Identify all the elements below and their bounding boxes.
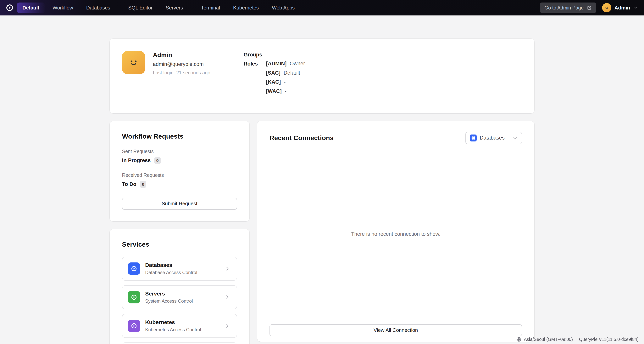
in-progress-count-badge: 0	[154, 157, 161, 164]
service-name: Kubernetes	[145, 319, 201, 325]
role-item: [SAC] Default	[266, 70, 305, 76]
profile-card: Admin admin@querypie.com Last login: 21 …	[110, 39, 534, 113]
services-card: Services Databases Database Access Contr…	[110, 229, 250, 344]
role-tag: [WAC]	[266, 89, 282, 94]
version-text: QueryPie V11(11.5.0-dce9f84)	[579, 337, 638, 342]
nav-item-workflow[interactable]: Workflow	[47, 3, 78, 13]
dashboard-columns: Workflow Requests Sent Requests In Progr…	[110, 121, 534, 344]
role-item: [KAC] -	[266, 79, 305, 85]
services-title: Services	[122, 241, 237, 248]
role-value: -	[284, 79, 286, 85]
connection-type-dropdown[interactable]: Databases	[466, 132, 522, 144]
roles-list: [ADMIN] Owner [SAC] Default [KAC] - [WAC…	[266, 61, 305, 98]
main-content: Admin admin@querypie.com Last login: 21 …	[110, 39, 534, 344]
service-item-partial[interactable]	[122, 342, 237, 344]
profile-meta: Groups - Roles [ADMIN] Owner [SAC] Defau…	[244, 51, 305, 101]
user-menu[interactable]: Admin	[602, 3, 638, 12]
nav-item-sql-editor[interactable]: SQL Editor	[123, 3, 158, 13]
service-description: Kubernetes Access Control	[145, 327, 201, 332]
workflow-requests-card: Workflow Requests Sent Requests In Progr…	[110, 121, 250, 221]
nav-item-default[interactable]: Default	[17, 3, 45, 13]
role-value: Owner	[290, 61, 305, 67]
profile-name: Admin	[153, 51, 210, 59]
service-text: Servers System Access Control	[145, 291, 193, 304]
recent-connections-card: Recent Connections Databases	[257, 121, 534, 342]
top-navigation: Default Workflow Databases · SQL Editor …	[0, 0, 644, 16]
profile-info: Admin admin@querypie.com Last login: 21 …	[153, 51, 210, 76]
vertical-divider	[234, 51, 234, 101]
recent-connections-title: Recent Connections	[270, 134, 334, 142]
role-item: [ADMIN] Owner	[266, 61, 305, 67]
nav-left: Default Workflow Databases · SQL Editor …	[5, 3, 300, 13]
nav-item-kubernetes[interactable]: Kubernetes	[228, 3, 264, 13]
roles-row: Roles [ADMIN] Owner [SAC] Default [KAC] …	[244, 61, 305, 98]
nav-item-servers[interactable]: Servers	[160, 3, 188, 13]
nav-separator-dot: ·	[118, 5, 120, 11]
submit-request-button[interactable]: Submit Request	[122, 198, 237, 210]
recent-connections-empty-state: There is no recent connection to show.	[270, 144, 522, 324]
go-to-admin-page-button[interactable]: Go to Admin Page	[540, 3, 596, 13]
chevron-right-icon	[224, 294, 230, 300]
nav-item-web-apps[interactable]: Web Apps	[266, 3, 300, 13]
todo-count-badge: 0	[140, 181, 146, 188]
left-column: Workflow Requests Sent Requests In Progr…	[110, 121, 250, 344]
in-progress-label: In Progress	[122, 157, 151, 163]
profile-last-login: Last login: 21 seconds ago	[153, 70, 210, 76]
chevron-right-icon	[224, 266, 230, 272]
service-item-databases[interactable]: Databases Database Access Control	[122, 257, 237, 281]
nav-item-terminal[interactable]: Terminal	[196, 3, 225, 13]
database-icon	[470, 134, 477, 141]
sent-requests-label: Sent Requests	[122, 149, 237, 154]
service-description: Database Access Control	[145, 270, 197, 275]
timezone-text: Asia/Seoul (GMT+09:00)	[524, 337, 573, 342]
service-name: Servers	[145, 291, 193, 297]
nav-item-databases[interactable]: Databases	[81, 3, 116, 13]
status-bar: Asia/Seoul (GMT+09:00) QueryPie V11(11.5…	[516, 337, 638, 342]
groups-label: Groups	[244, 52, 266, 58]
role-tag: [ADMIN]	[266, 61, 286, 67]
nav-right: Go to Admin Page Admin	[540, 3, 638, 13]
groups-row: Groups -	[244, 52, 305, 58]
workflow-requests-title: Workflow Requests	[122, 133, 237, 140]
todo-label: To Do	[122, 181, 136, 187]
profile-identity: Admin admin@querypie.com Last login: 21 …	[122, 51, 234, 76]
recent-connections-header: Recent Connections Databases	[270, 132, 522, 144]
role-tag: [KAC]	[266, 79, 281, 85]
role-tag: [SAC]	[266, 70, 280, 76]
todo-row[interactable]: To Do 0	[122, 181, 237, 188]
kubernetes-service-icon	[128, 320, 140, 332]
chevron-right-icon	[224, 323, 230, 329]
role-item: [WAC] -	[266, 89, 305, 94]
received-requests-label: Received Requests	[122, 173, 237, 178]
groups-value: -	[266, 52, 268, 58]
profile-avatar-icon	[122, 51, 145, 74]
role-value: -	[285, 89, 286, 94]
chevron-down-icon	[512, 135, 518, 141]
go-to-admin-page-label: Go to Admin Page	[544, 5, 584, 11]
nav-separator-dot: ·	[191, 5, 193, 11]
view-all-connection-button[interactable]: View All Connection	[270, 324, 522, 336]
nav-menu: Default Workflow Databases · SQL Editor …	[17, 3, 300, 13]
globe-icon	[516, 337, 522, 342]
service-text: Databases Database Access Control	[145, 262, 197, 275]
role-value: Default	[284, 70, 300, 76]
service-text: Kubernetes Kubernetes Access Control	[145, 319, 201, 332]
service-name: Databases	[145, 262, 197, 268]
external-link-icon	[587, 5, 592, 10]
databases-service-icon	[128, 262, 140, 275]
in-progress-row[interactable]: In Progress 0	[122, 157, 237, 164]
querypie-logo-icon[interactable]	[5, 3, 15, 13]
service-item-servers[interactable]: Servers System Access Control	[122, 285, 237, 309]
chevron-down-icon	[633, 5, 638, 11]
user-avatar-icon	[602, 3, 612, 12]
user-name: Admin	[614, 5, 630, 11]
dropdown-selected-value: Databases	[480, 135, 504, 141]
empty-state-message: There is no recent connection to show.	[351, 231, 440, 237]
roles-label: Roles	[244, 61, 266, 98]
profile-email: admin@querypie.com	[153, 61, 210, 67]
service-description: System Access Control	[145, 298, 193, 304]
servers-service-icon	[128, 291, 140, 303]
service-item-kubernetes[interactable]: Kubernetes Kubernetes Access Control	[122, 314, 237, 338]
